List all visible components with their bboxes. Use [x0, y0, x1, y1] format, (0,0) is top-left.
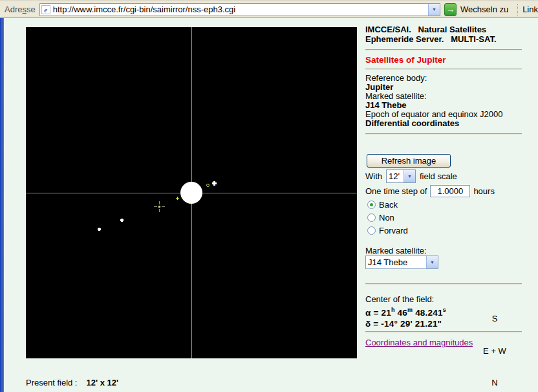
window-edge [0, 18, 4, 392]
coordinates-magnitudes-link[interactable]: Coordinates and magnitudes [365, 338, 522, 347]
time-step-input[interactable] [430, 185, 470, 197]
server-title: IMCCE/SAI. Natural Satellites Ephemeride… [365, 25, 522, 44]
divider [365, 49, 522, 50]
toolbar-separator [517, 4, 519, 16]
links-label[interactable]: Link [522, 5, 538, 14]
refresh-image-button[interactable]: Refresh image [367, 154, 451, 168]
divider [365, 283, 522, 285]
arrow-right-icon: → [446, 5, 455, 14]
radio-label: Forvard [379, 226, 408, 235]
starfield[interactable] [26, 27, 357, 358]
marked-satellite-select[interactable]: J14 Thebe ▼ [365, 256, 438, 269]
chevron-down-icon[interactable]: ▼ [426, 256, 438, 268]
divider [365, 133, 522, 135]
radio-2[interactable] [367, 226, 376, 235]
satellite [98, 228, 101, 231]
satellite-ring [206, 184, 210, 187]
compass-south: S [474, 314, 515, 325]
marked-satellite-value: J14 Thebe [365, 101, 522, 110]
address-label: Adresse [5, 5, 36, 14]
time-step-suffix: hours [473, 186, 495, 196]
time-step-label: One time step of [365, 186, 427, 196]
ie-page-icon: e [41, 5, 50, 14]
reference-body-value: Jupiter [365, 83, 522, 92]
url-combobox[interactable]: e ▼ [39, 3, 440, 16]
marked-satellite-select-label: Marked satellite: [365, 246, 522, 256]
satellite-small [176, 197, 179, 200]
browser-address-bar: Adresse e ▼ → Wechseln zu Link [0, 0, 538, 18]
page-title: Satellites of Jupiter [365, 55, 522, 65]
url-dropdown-button[interactable]: ▼ [428, 4, 440, 16]
field-info: Present field :12' x 12' Time moment:200… [26, 360, 188, 392]
direction-option-non[interactable]: Non [367, 213, 394, 223]
go-button-label[interactable]: Wechseln zu [460, 5, 508, 14]
with-label: With [365, 171, 382, 181]
radio-1[interactable] [367, 213, 376, 222]
radio-label: Back [379, 200, 398, 210]
control-panel: IMCCE/SAI. Natural Satellites Ephemeride… [365, 23, 522, 389]
direction-option-back[interactable]: Back [367, 200, 398, 210]
marked-satellite-select-value: J14 Thebe [366, 257, 426, 267]
field-scale-select[interactable]: 12' ▼ [386, 169, 416, 183]
radio-label: Non [379, 213, 394, 223]
coordinates-mode: Differential coordinates [365, 119, 522, 128]
divider [365, 69, 522, 70]
field-center-block: Center of the field: α = 21h 46m 48.241s… [365, 294, 522, 329]
direction-option-forvard[interactable]: Forvard [367, 226, 408, 235]
marked-satellite-label: Marked satellite: [365, 92, 522, 101]
present-field-line: Present field :12' x 12' [26, 378, 188, 387]
time-step-row: One time step of hours [365, 185, 522, 197]
satellite [120, 219, 124, 222]
field-scale-value: 12' [387, 171, 404, 181]
ephemeris-info: Reference body: Jupiter Marked satellite… [365, 74, 522, 128]
present-field-value: 12' x 12' [87, 378, 119, 387]
marked-satellite-cursor [154, 201, 165, 212]
jupiter-disk [180, 182, 202, 204]
compass-north: N [474, 378, 515, 389]
field-scale-row: With 12' ▼ field scale [365, 169, 522, 183]
url-input[interactable] [53, 5, 428, 14]
chevron-down-icon[interactable]: ▼ [404, 170, 415, 182]
chevron-down-icon: ▼ [432, 7, 436, 12]
go-button[interactable]: → [444, 3, 457, 16]
divider [365, 331, 522, 332]
radio-0[interactable] [367, 201, 376, 209]
field-scale-suffix: field scale [420, 171, 457, 181]
epoch-line: Epoch of equator and equinox J2000 [365, 110, 522, 119]
satellite-bright [212, 181, 217, 186]
reference-body-label: Reference body: [365, 74, 522, 83]
